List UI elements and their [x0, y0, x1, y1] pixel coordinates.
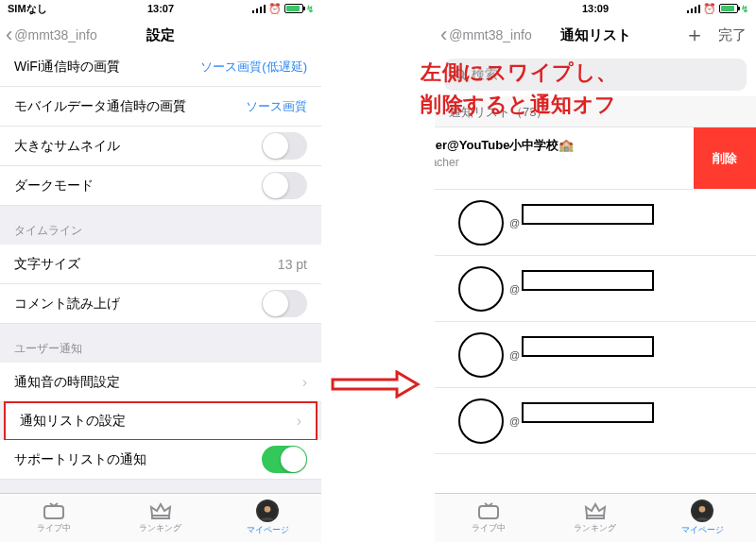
tab-label: ライブ中: [37, 522, 71, 534]
row-support-list[interactable]: サポートリストの通知: [0, 440, 321, 480]
signal-icon: [252, 5, 266, 13]
redacted-name: [522, 402, 654, 423]
right-phone: 13:09 ⏰ ↯ ‹ @mmt38_info 通知リスト ＋ 完了 検索 通知…: [435, 0, 756, 542]
row-label: サポートリストの通知: [14, 451, 146, 468]
tv-icon: [477, 501, 500, 520]
svg-point-2: [265, 506, 271, 513]
arrow-annotation: [331, 370, 421, 398]
left-phone: SIMなし 13:07 ⏰ ↯ ‹ @mmt38_info 設定 WiFi通信時…: [0, 0, 321, 542]
row-label: モバイルデータ通信時の画質: [14, 98, 186, 115]
list-item-swiped[interactable]: M-Teacher@YouTube小中学校🏫 mmt38teacher 削除: [435, 127, 694, 190]
tab-label: マイページ: [681, 524, 724, 536]
list-item[interactable]: @: [435, 322, 756, 388]
tab-label: ライブ中: [472, 522, 506, 534]
svg-rect-4: [479, 506, 498, 518]
avatar-icon: [256, 500, 279, 522]
signal-icon: [687, 5, 700, 13]
list-item[interactable]: @: [435, 256, 756, 322]
tab-ranking[interactable]: ランキング: [107, 494, 214, 542]
section-timeline: タイムライン: [0, 206, 321, 245]
avatar-placeholder: [458, 398, 504, 444]
avatar-placeholder: [458, 266, 504, 312]
svg-point-3: [455, 70, 464, 78]
row-tts[interactable]: コメント読み上げ: [0, 284, 321, 324]
svg-rect-0: [44, 506, 63, 518]
at-sign: @: [509, 217, 520, 229]
tab-live[interactable]: ライブ中: [435, 494, 541, 542]
at-sign: @: [509, 349, 520, 361]
row-label: 通知リストの設定: [20, 413, 126, 430]
row-wifi-quality[interactable]: WiFi通信時の画質 ソース画質(低遅延): [0, 53, 321, 87]
avatar-placeholder: [458, 332, 504, 378]
item-name: M-Teacher@YouTube小中学校🏫: [435, 137, 679, 154]
search-icon: [454, 68, 467, 81]
row-big-thumb[interactable]: 大きなサムネイル: [0, 127, 321, 166]
row-font-size[interactable]: 文字サイズ 13 pt: [0, 245, 321, 284]
done-button[interactable]: 完了: [718, 26, 747, 44]
row-notif-list[interactable]: 通知リストの設定 ›: [4, 401, 318, 441]
tab-mypage[interactable]: マイページ: [649, 494, 756, 542]
at-sign: @: [509, 283, 520, 295]
tab-label: マイページ: [247, 524, 289, 536]
status-bar: 13:09 ⏰ ↯: [435, 0, 756, 17]
row-value: ソース画質(低遅延): [200, 59, 307, 76]
svg-point-6: [699, 506, 706, 513]
toggle-off[interactable]: [262, 132, 307, 160]
clock: 13:09: [435, 3, 756, 14]
redacted-name: [522, 336, 654, 357]
clock: 13:07: [0, 3, 321, 14]
row-dark-mode[interactable]: ダークモード: [0, 166, 321, 206]
row-label: 大きなサムネイル: [14, 138, 120, 155]
redacted-name: [522, 204, 654, 225]
settings-list: WiFi通信時の画質 ソース画質(低遅延) モバイルデータ通信時の画質 ソース画…: [0, 53, 321, 493]
battery-icon: [284, 4, 303, 13]
search-input[interactable]: 検索: [444, 59, 747, 91]
status-bar: SIMなし 13:07 ⏰ ↯: [0, 0, 321, 17]
row-label: WiFi通信時の画質: [14, 59, 120, 76]
nav-bar: ‹ @mmt38_info 設定: [0, 17, 321, 53]
at-sign: @: [509, 415, 520, 427]
row-label: コメント読み上げ: [14, 296, 120, 313]
row-value: 13 pt: [278, 257, 307, 272]
section-user-notif: ユーザー通知: [0, 324, 321, 363]
search-placeholder: 検索: [472, 66, 498, 83]
chevron-right-icon: ›: [297, 413, 301, 430]
nav-title: 設定: [0, 26, 321, 44]
add-icon[interactable]: ＋: [684, 25, 705, 45]
row-label: ダークモード: [14, 178, 94, 195]
avatar-placeholder: [458, 200, 504, 246]
tab-live[interactable]: ライブ中: [0, 494, 107, 542]
row-sound-time[interactable]: 通知音の時間設定 ›: [0, 363, 321, 402]
list-item[interactable]: @: [435, 388, 756, 454]
chevron-right-icon: ›: [302, 374, 307, 391]
section-search: 検索設定: [0, 480, 321, 493]
battery-icon: [719, 4, 738, 13]
toggle-off[interactable]: [262, 172, 307, 199]
item-handle: mmt38teacher: [435, 156, 679, 169]
toggle-off[interactable]: [262, 290, 307, 317]
tab-bar: ライブ中 ランキング マイページ: [0, 493, 321, 542]
crown-icon: [584, 501, 607, 520]
crown-icon: [149, 501, 172, 520]
redacted-name: [522, 270, 654, 291]
row-label: 文字サイズ: [14, 256, 80, 273]
delete-button[interactable]: 削除: [694, 127, 756, 189]
toggle-on[interactable]: [262, 446, 307, 473]
list-item[interactable]: @: [435, 190, 756, 256]
tab-label: ランキング: [139, 522, 181, 534]
tab-label: ランキング: [574, 522, 616, 534]
row-value: ソース画質: [246, 98, 307, 115]
tv-icon: [43, 501, 65, 520]
tab-ranking[interactable]: ランキング: [541, 494, 648, 542]
nav-bar: ‹ @mmt38_info 通知リスト ＋ 完了: [435, 17, 756, 53]
avatar-icon: [691, 500, 713, 522]
row-mobile-quality[interactable]: モバイルデータ通信時の画質 ソース画質: [0, 87, 321, 127]
tab-mypage[interactable]: マイページ: [215, 494, 321, 542]
row-label: 通知音の時間設定: [14, 374, 120, 391]
tab-bar: ライブ中 ランキング マイページ: [435, 493, 756, 542]
list-header: 通知リスト（73）: [435, 96, 756, 127]
